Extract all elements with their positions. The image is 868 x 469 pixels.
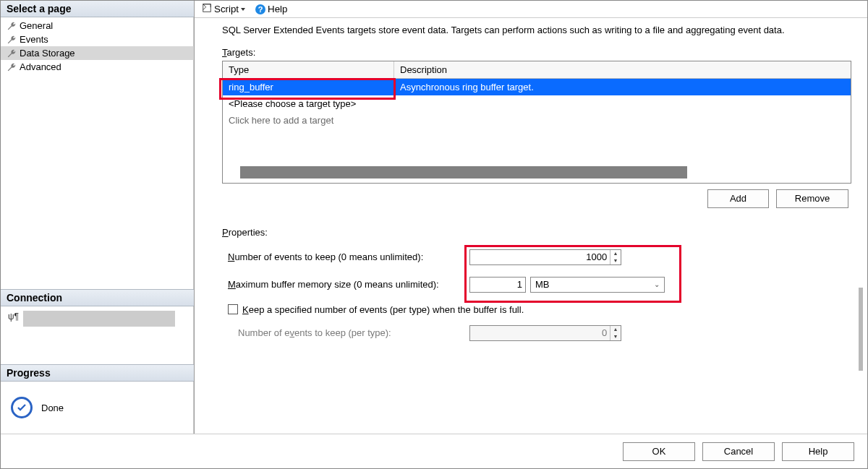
events-per-type-value (470, 326, 610, 340)
server-icon: ψ¶ (8, 311, 19, 322)
script-dropdown-button[interactable]: Script (199, 2, 248, 16)
spinner-down-icon[interactable]: ▼ (610, 257, 621, 264)
progress-done-icon (11, 397, 33, 418)
sidebar-item-label: Advanced (20, 61, 61, 72)
sidebar-header: Select a page (1, 1, 194, 17)
targets-table: Type Description ring_buffer Asynchronou… (222, 61, 851, 184)
num-events-input[interactable]: ▲ ▼ (469, 249, 621, 265)
events-per-type-spinner: ▲ ▼ (610, 326, 621, 340)
sidebar-page-list: General Events Data Storage (1, 17, 194, 75)
connection-header: Connection (1, 290, 194, 306)
num-events-spinner[interactable]: ▲ ▼ (610, 250, 621, 264)
keep-specified-checkbox[interactable] (228, 304, 238, 314)
spinner-down-icon: ▼ (610, 333, 621, 340)
spinner-up-icon[interactable]: ▲ (610, 250, 621, 257)
prop-num-events-label: Number of events to keep (0 means unlimi… (222, 251, 461, 262)
sidebar-item-label: Events (20, 34, 48, 45)
num-events-value[interactable] (470, 250, 610, 264)
wrench-icon (7, 21, 17, 31)
script-icon (202, 3, 212, 15)
spinner-up-icon: ▲ (610, 326, 621, 333)
prop-max-buffer-label: Maximum buffer memory size (0 means unli… (222, 279, 461, 290)
wrench-icon (7, 48, 17, 59)
events-per-type-label: Number of events to keep (per type): (222, 327, 461, 338)
cancel-button[interactable]: Cancel (702, 442, 775, 461)
page-description: SQL Server Extended Events targets store… (222, 24, 851, 37)
main-vertical-scrollbar[interactable] (859, 288, 863, 371)
remove-button[interactable]: Remove (776, 189, 848, 208)
target-cell-type: ring_buffer (223, 79, 394, 95)
sidebar-item-data-storage[interactable]: Data Storage (1, 46, 194, 60)
dialog-footer: OK Cancel Help (1, 434, 867, 468)
help-icon: ? (255, 4, 265, 14)
wrench-icon (7, 62, 17, 72)
help-label: Help (268, 4, 287, 14)
chevron-down-icon: ⌄ (654, 280, 660, 288)
chevron-down-icon (241, 8, 245, 11)
sidebar-item-label: Data Storage (20, 48, 75, 59)
keep-specified-label: Keep a specified number of events (per t… (242, 304, 524, 315)
max-buffer-value[interactable] (470, 277, 525, 292)
help-footer-button[interactable]: Help (782, 442, 854, 461)
targets-horizontal-scrollbar[interactable] (240, 166, 687, 178)
sidebar-item-general[interactable]: General (1, 19, 194, 33)
targets-col-type[interactable]: Type (223, 61, 394, 78)
target-placeholder-label: <Please choose a target type> (223, 95, 394, 112)
script-label: Script (214, 4, 239, 14)
connection-value-placeholder (23, 311, 175, 327)
add-button[interactable]: Add (707, 189, 769, 208)
progress-section: Progress Done (1, 364, 194, 434)
main-panel: Script ? Help SQL Server Extended Events… (195, 1, 867, 434)
ok-button[interactable]: OK (623, 442, 695, 461)
help-button[interactable]: ? Help (252, 3, 290, 15)
events-per-type-input: ▲ ▼ (469, 325, 621, 341)
connection-section: Connection ψ¶ (1, 289, 194, 364)
target-cell-description: Asynchronous ring buffer target. (394, 79, 851, 95)
target-add-hint[interactable]: Click here to add a target (223, 112, 851, 129)
wrench-icon (7, 35, 17, 45)
max-buffer-unit-select[interactable]: MB ⌄ (530, 277, 665, 293)
max-buffer-unit-value: MB (535, 279, 550, 290)
sidebar-item-events[interactable]: Events (1, 33, 194, 46)
max-buffer-input[interactable] (469, 277, 526, 293)
target-row-placeholder[interactable]: <Please choose a target type> (223, 95, 851, 112)
targets-col-description[interactable]: Description (394, 61, 851, 78)
toolbar: Script ? Help (195, 1, 867, 18)
targets-label: Targets: (222, 47, 851, 58)
sidebar-item-advanced[interactable]: Advanced (1, 60, 194, 74)
target-add-hint-label: Click here to add a target (223, 112, 339, 129)
target-row-ring-buffer[interactable]: ring_buffer Asynchronous ring buffer tar… (223, 79, 851, 95)
sidebar: Select a page General Events (1, 1, 195, 434)
progress-status: Done (41, 403, 64, 413)
progress-header: Progress (1, 365, 194, 382)
sidebar-item-label: General (20, 20, 53, 31)
properties-label: Properties: (222, 227, 851, 238)
